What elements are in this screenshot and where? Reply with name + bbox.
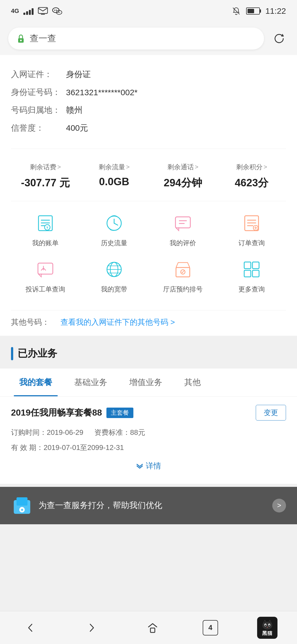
package-header: 2019任我用畅享套餐88 主套餐 变更 <box>11 405 286 421</box>
tab-others[interactable]: 其他 <box>173 369 212 396</box>
order-query-icon <box>241 212 263 234</box>
detail-more-label: 详情 <box>146 461 161 471</box>
business-card: 我的套餐 基础业务 增值业务 其他 2019任我用畅享套餐88 主套餐 变更 订… <box>0 369 297 484</box>
history-flow-label: 历史流量 <box>101 239 127 247</box>
status-bar: 4G 11:22 <box>0 0 297 22</box>
rating-text: 为查一查服务打分，帮助我们优化 <box>38 500 267 511</box>
balance-section: 剩余话费 > -307.77 元 剩余流量 > 0.0GB 剩余通话 > 294… <box>11 154 286 195</box>
balance-fee-value: -307.77 元 <box>11 176 80 190</box>
id-card-row: 入网证件： 身份证 <box>11 69 286 80</box>
status-right: 11:22 <box>232 6 286 16</box>
black-cat-label: 黑猫 <box>262 630 273 637</box>
svg-rect-36 <box>244 262 251 269</box>
menu-item-complaint[interactable]: 投诉工单查询 <box>11 258 80 294</box>
svg-rect-17 <box>175 217 190 228</box>
balance-points-label: 剩余积分 > <box>217 163 286 171</box>
complaint-icon <box>34 258 56 280</box>
tab-value-added[interactable]: 增值业务 <box>118 369 173 396</box>
lock-icon <box>16 33 25 44</box>
region-row: 号码归属地： 赣州 <box>11 105 286 116</box>
svg-point-6 <box>59 12 60 13</box>
svg-point-51 <box>269 624 270 626</box>
svg-point-50 <box>265 624 266 626</box>
my-rating-icon <box>172 212 194 234</box>
tab-bar: 我的套餐 基础业务 增值业务 其他 <box>0 369 297 397</box>
tab-count[interactable]: 4 <box>203 620 218 635</box>
svg-rect-37 <box>252 262 259 269</box>
balance-item-points[interactable]: 剩余积分 > 4623分 <box>217 163 286 190</box>
balance-item-fee[interactable]: 剩余话费 > -307.77 元 <box>11 163 80 190</box>
svg-rect-38 <box>244 270 251 277</box>
menu-item-store[interactable]: 厅店预约排号 <box>148 258 217 294</box>
menu-item-my-bill[interactable]: ¥ 我的账单 <box>11 212 80 247</box>
region-label: 号码归属地： <box>11 105 66 116</box>
black-cat-logo[interactable]: 黑猫 <box>257 617 277 639</box>
balance-points-value: 4623分 <box>217 176 286 190</box>
home-button[interactable] <box>142 617 164 639</box>
my-bill-label: 我的账单 <box>32 239 59 247</box>
rating-banner[interactable]: ★ 为查一查服务打分，帮助我们优化 > <box>0 487 297 524</box>
order-query-label: 订单查询 <box>238 239 265 247</box>
my-bill-icon: ¥ <box>34 212 56 234</box>
balance-call-value: 294分钟 <box>148 176 217 190</box>
account-info-section: 入网证件： 身份证 身份证号码： 3621321*******002* 号码归属… <box>11 66 286 143</box>
divider-2 <box>11 201 286 201</box>
purchase-time-label: 订购时间：2019-06-29 <box>11 426 83 439</box>
balance-item-flow[interactable]: 剩余流量 > 0.0GB <box>80 163 148 190</box>
broadband-icon <box>103 258 125 280</box>
credit-row: 信誉度： 400元 <box>11 122 286 134</box>
tab-basic-service[interactable]: 基础业务 <box>63 369 118 396</box>
menu-item-history-flow[interactable]: 历史流量 <box>80 212 148 247</box>
svg-rect-41 <box>16 497 28 506</box>
svg-rect-39 <box>252 270 259 277</box>
purchase-time-row: 订购时间：2019-06-29 资费标准：88元 <box>11 426 286 439</box>
menu-item-my-rating[interactable]: 我的评价 <box>148 212 217 247</box>
credit-value: 400元 <box>66 122 88 134</box>
rating-arrow[interactable]: > <box>272 499 286 512</box>
history-flow-icon <box>103 212 125 234</box>
complaint-label: 投诉工单查询 <box>26 285 65 294</box>
bell-muted-icon <box>232 7 241 15</box>
section-indicator <box>11 347 13 360</box>
svg-point-3 <box>56 10 57 11</box>
id-card-label: 入网证件： <box>11 69 66 80</box>
valid-period-label: 有 效 期：2019-07-01至2099-12-31 <box>11 441 124 454</box>
account-info-card: 入网证件： 身份证 身份证号码： 3621321*******002* 号码归属… <box>0 55 297 336</box>
section-title: 已办业务 <box>18 347 57 360</box>
svg-point-5 <box>58 12 59 13</box>
menu-row-2: 投诉工单查询 我的宽带 <box>11 258 286 294</box>
svg-text:¥: ¥ <box>46 226 48 230</box>
main-package-badge: 主套餐 <box>106 408 133 418</box>
menu-item-order-query[interactable]: 订单查询 <box>217 212 286 247</box>
detail-more-btn[interactable]: 详情 <box>11 456 286 476</box>
menu-item-more[interactable]: 更多查询 <box>217 258 286 294</box>
search-bar[interactable]: 查一查 <box>8 28 264 50</box>
refresh-button[interactable] <box>270 29 289 48</box>
balance-fee-label: 剩余话费 > <box>11 163 80 171</box>
section-title-container: 已办业务 <box>0 339 297 369</box>
change-button[interactable]: 变更 <box>256 405 286 421</box>
wechat-icon <box>52 7 62 15</box>
quick-menu: ¥ 我的账单 历史流量 <box>11 207 286 310</box>
menu-item-broadband[interactable]: 我的宽带 <box>80 258 148 294</box>
back-button[interactable] <box>20 617 42 639</box>
balance-item-call[interactable]: 剩余通话 > 294分钟 <box>148 163 217 190</box>
other-numbers-link[interactable]: 查看我的入网证件下的其他号码 > <box>61 317 175 328</box>
bottom-nav: 4 黑猫 <box>0 611 297 644</box>
other-numbers-row: 其他号码： 查看我的入网证件下的其他号码 > <box>11 310 286 336</box>
tab-my-package[interactable]: 我的套餐 <box>8 369 63 396</box>
search-bar-container: 查一查 <box>0 22 297 55</box>
signal-bars <box>23 7 34 15</box>
credit-label: 信誉度： <box>11 122 66 134</box>
package-name: 2019任我用畅享套餐88 <box>11 407 102 419</box>
valid-period-row: 有 效 期：2019-07-01至2099-12-31 <box>11 441 286 454</box>
balance-call-label: 剩余通话 > <box>148 163 217 171</box>
svg-rect-44 <box>150 628 155 632</box>
menu-row-1: ¥ 我的账单 历史流量 <box>11 212 286 247</box>
other-numbers-label: 其他号码： <box>11 317 61 328</box>
store-label: 厅店预约排号 <box>163 285 203 294</box>
more-query-label: 更多查询 <box>238 285 265 294</box>
balance-flow-value: 0.0GB <box>80 176 148 188</box>
time-display: 11:22 <box>265 6 286 16</box>
forward-button[interactable] <box>81 617 103 639</box>
